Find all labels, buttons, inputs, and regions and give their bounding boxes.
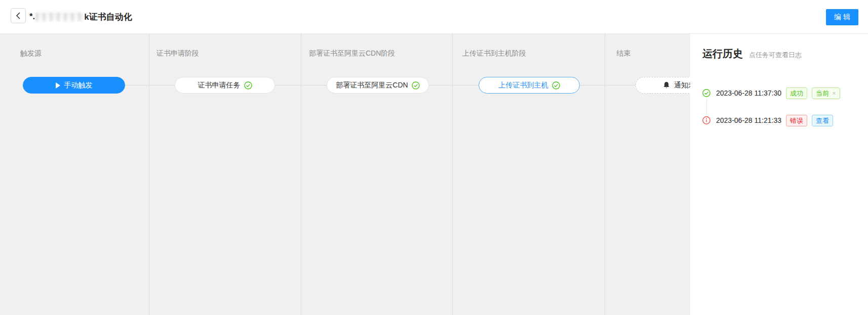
run-history-hint: 点任务可查看日志 — [749, 51, 802, 60]
node-deploy-cdn-task[interactable]: 部署证书至阿里云CDN — [327, 77, 429, 94]
connector-line — [580, 85, 636, 85]
play-icon — [56, 82, 60, 88]
chevron-left-icon — [15, 12, 21, 19]
column-label: 结束 — [616, 49, 630, 58]
title-suffix: k证书自动化 — [84, 11, 132, 23]
column-label: 部署证书至阿里云CDN阶段 — [309, 49, 395, 58]
node-cert-apply-task[interactable]: 证书申请任务 — [175, 77, 275, 94]
node-label: 手动触发 — [64, 81, 93, 90]
status-badge: 成功 — [786, 87, 807, 99]
node-label: 证书申请任务 — [198, 81, 241, 90]
node-label: 上传证书到主机 — [499, 81, 548, 90]
run-history-title: 运行历史 — [702, 47, 743, 61]
column-trigger: 触发源 — [0, 34, 149, 315]
node-manual-trigger[interactable]: 手动触发 — [23, 77, 125, 94]
check-circle-icon — [244, 81, 252, 89]
edit-button[interactable]: 编辑 — [826, 9, 858, 25]
node-upload-host-task[interactable]: 上传证书到主机 — [479, 77, 580, 94]
redacted-domain — [35, 13, 84, 21]
run-history-header: 运行历史 点任务可查看日志 — [702, 47, 802, 61]
check-circle-icon — [552, 81, 560, 89]
column-label: 上传证书到主机阶段 — [462, 49, 526, 58]
run-history-list: 2023-06-28 11:37:30 成功 当前 × — [702, 87, 863, 142]
run-history-panel: 运行历史 点任务可查看日志 2023-06-28 11:37:30 成功 当前 … — [690, 34, 868, 315]
certificate-automation-page: *. k证书自动化 编辑 触发源 证书申请阶段 部署证书至阿里云CDN阶段 上传… — [0, 0, 868, 315]
run-timestamp: 2023-06-28 11:21:33 — [716, 116, 781, 124]
timeline-connector — [706, 99, 707, 115]
run-timestamp: 2023-06-28 11:37:30 — [716, 89, 781, 97]
column-deploy-cdn: 部署证书至阿里云CDN阶段 — [301, 34, 453, 315]
page-title: *. k证书自动化 — [29, 11, 132, 23]
title-prefix: *. — [29, 12, 35, 22]
run-item[interactable]: 2023-06-28 11:37:30 成功 当前 × — [702, 87, 863, 99]
back-button[interactable] — [11, 8, 26, 23]
close-icon[interactable]: × — [832, 90, 836, 97]
bell-icon — [663, 81, 670, 89]
current-badge: 当前 × — [812, 87, 840, 99]
column-cert-apply: 证书申请阶段 — [149, 34, 301, 315]
connector-line — [275, 85, 327, 85]
check-circle-icon — [702, 89, 711, 97]
connector-line — [429, 85, 479, 85]
column-label: 证书申请阶段 — [156, 49, 199, 58]
page-header: *. k证书自动化 编辑 — [0, 0, 868, 34]
run-item[interactable]: 2023-06-28 11:21:33 错误 查看 — [702, 114, 863, 126]
node-label: 部署证书至阿里云CDN — [336, 81, 408, 90]
connector-line — [125, 85, 175, 85]
column-label: 触发源 — [20, 49, 42, 58]
check-circle-icon — [412, 81, 420, 89]
column-upload-host: 上传证书到主机阶段 — [453, 34, 605, 315]
info-circle-icon — [702, 116, 711, 124]
view-button[interactable]: 查看 — [812, 115, 833, 126]
status-badge: 错误 — [786, 115, 807, 126]
